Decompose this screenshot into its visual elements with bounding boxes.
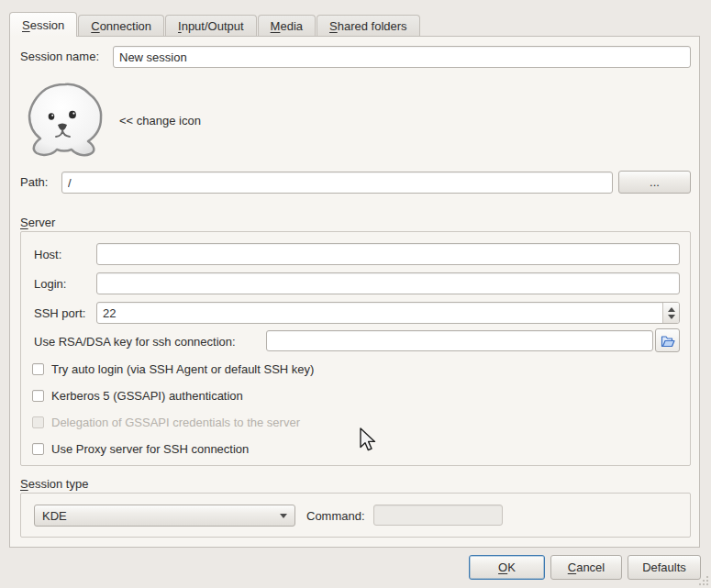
chevron-down-icon (280, 514, 287, 518)
spin-up-button[interactable] (668, 307, 675, 312)
session-dialog: { "tabs": [ {"mn": "S", "rest": "ession"… (0, 0, 711, 588)
change-icon-label: << change icon (119, 114, 201, 128)
rsa-key-label: Use RSA/DSA key for ssh connection: (34, 335, 236, 349)
tab-session-label: Session (22, 18, 64, 32)
path-label: Path: (20, 175, 48, 190)
tab-media-label: Media (271, 19, 303, 33)
defaults-button-label: Defaults (642, 560, 686, 574)
session-tab-panel: Session name: << change icon Path: ... S… (9, 36, 700, 548)
spin-buttons (662, 303, 679, 323)
cancel-button[interactable]: Cancel (550, 555, 622, 580)
session-name-label: Session name: (20, 50, 99, 64)
spin-up-icon (668, 307, 675, 312)
host-label: Host: (34, 248, 61, 262)
ssh-port-input[interactable] (97, 303, 662, 323)
proxy-checkbox[interactable] (32, 443, 44, 455)
tab-connection-label: Connection (91, 19, 151, 33)
path-input[interactable] (61, 172, 613, 194)
resize-grip[interactable] (697, 574, 709, 586)
host-input[interactable] (96, 243, 680, 265)
session-type-group-title: Session type (20, 477, 88, 492)
path-browse-label: ... (650, 175, 660, 189)
seal-mascot-icon[interactable] (23, 81, 107, 160)
ssh-port-label: SSH port: (34, 306, 85, 321)
checkbox-row-proxy: Use Proxy server for SSH connection (32, 441, 249, 456)
login-label: Login: (34, 277, 66, 292)
ok-button[interactable]: OK (469, 555, 545, 580)
defaults-button[interactable]: Defaults (628, 555, 701, 580)
tab-bar: Session Connection Input/Output Media Sh… (9, 12, 421, 37)
ssh-port-spinner (96, 302, 680, 324)
path-browse-button[interactable]: ... (618, 171, 691, 194)
checkbox-row-auto-login: Try auto login (via SSH Agent or default… (32, 361, 314, 376)
checkbox-row-kerberos: Kerberos 5 (GSSAPI) authentication (32, 388, 243, 403)
auto-login-label: Try auto login (via SSH Agent or default… (51, 362, 314, 376)
spin-down-button[interactable] (668, 315, 675, 319)
kerberos-checkbox[interactable] (32, 390, 44, 402)
session-type-value: KDE (42, 509, 274, 523)
session-type-group-frame: KDE Command: (20, 493, 691, 538)
folder-open-icon (661, 334, 675, 348)
tab-input-output[interactable]: Input/Output (165, 15, 257, 36)
gssapi-delegation-label: Delegation of GSSAPI credentials to the … (51, 416, 300, 429)
tab-shared-folders-label: Shared folders (329, 19, 407, 33)
tab-session[interactable]: Session (9, 12, 77, 37)
spin-down-icon (668, 315, 675, 319)
login-input[interactable] (96, 272, 680, 294)
ok-button-label: OK (498, 560, 516, 574)
cancel-button-label: Cancel (568, 560, 605, 574)
checkbox-row-gssapi-delegation: Delegation of GSSAPI credentials to the … (32, 415, 300, 429)
rsa-key-browse-button[interactable] (655, 328, 680, 352)
command-input (373, 505, 503, 526)
tab-connection[interactable]: Connection (78, 15, 164, 36)
rsa-key-input[interactable] (266, 330, 653, 351)
session-type-dropdown[interactable]: KDE (34, 505, 295, 527)
proxy-label: Use Proxy server for SSH connection (51, 442, 249, 456)
command-label: Command: (306, 509, 365, 524)
server-group-frame: Host: Login: SSH port: Use RSA/DSA key f… (20, 231, 691, 466)
server-group-title: Server (20, 216, 55, 230)
auto-login-checkbox[interactable] (32, 363, 44, 375)
tab-shared-folders[interactable]: Shared folders (317, 15, 420, 36)
tab-input-output-label: Input/Output (178, 19, 244, 33)
gssapi-delegation-checkbox (32, 416, 44, 428)
kerberos-label: Kerberos 5 (GSSAPI) authentication (51, 389, 243, 403)
session-name-input[interactable] (113, 46, 691, 68)
tab-media[interactable]: Media (258, 15, 316, 36)
